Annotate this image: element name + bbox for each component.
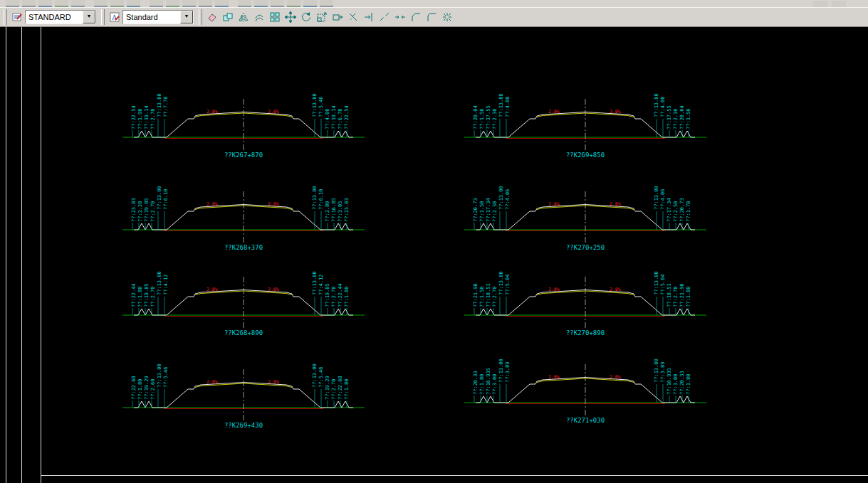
clipped-icon[interactable] [238, 0, 251, 7]
dimension-label: ??:5.04 [660, 274, 666, 295]
dimension-label: ??:13.00 [654, 359, 659, 383]
dimension-label: ??:2.70 [150, 286, 156, 307]
dimension-label: ??:19.05 [144, 283, 150, 307]
clipped-icon[interactable] [287, 0, 300, 7]
dim-style-manager-icon[interactable] [9, 9, 25, 25]
clipped-icon[interactable] [813, 1, 827, 7]
text-style-combo[interactable]: Standard ▼ [122, 10, 194, 24]
slope-label: 2.0% [268, 201, 279, 207]
toolbar-grip[interactable] [199, 9, 202, 25]
dimension-label: ??:21.90 [679, 283, 685, 307]
rotate-icon[interactable] [298, 9, 314, 25]
chevron-down-icon[interactable]: ▼ [83, 11, 95, 23]
offset-icon[interactable] [251, 9, 267, 25]
move-icon[interactable] [283, 9, 298, 25]
dimension-label: ??:20.33 [679, 371, 685, 395]
clipped-icon[interactable] [303, 0, 317, 7]
dimension-label: ??:2.30 [673, 108, 679, 129]
trim-icon[interactable] [345, 9, 361, 25]
dimension-label: ??:1.50 [479, 108, 485, 129]
dimension-label: ??:20.04 [679, 105, 685, 129]
dimension-label: ??:18.51 [486, 283, 491, 307]
copy-icon[interactable] [220, 9, 236, 25]
section-station-label: ??K269+430 [122, 422, 365, 429]
slope-label: 2.0% [206, 379, 218, 385]
clipped-icon[interactable] [166, 0, 179, 7]
slope-label: 2.0% [548, 287, 560, 292]
clipped-icon[interactable] [832, 1, 846, 7]
fillet-icon[interactable] [424, 9, 439, 25]
chevron-down-icon[interactable]: ▼ [180, 11, 193, 23]
clipped-icon[interactable] [38, 0, 52, 7]
dimension-label: ??:23.03 [131, 198, 137, 222]
svg-text:A: A [112, 14, 117, 21]
dimension-label: ??:22.54 [131, 105, 137, 129]
dimension-label: ??:13.00 [312, 271, 318, 295]
drawing-frame-line [21, 27, 22, 483]
clipped-icon[interactable] [110, 0, 124, 7]
slope-label: 2.0% [548, 109, 560, 115]
dimension-label: ??:2.70 [673, 286, 679, 307]
toolbar-grip[interactable] [101, 9, 105, 25]
array-icon[interactable] [267, 9, 283, 25]
text-style-icon[interactable]: A [107, 9, 122, 25]
slope-label: 2.0% [206, 201, 218, 207]
drawing-frame-line [41, 27, 41, 483]
dimension-label: ??:19.14 [331, 105, 337, 129]
clipped-icon[interactable] [320, 0, 333, 7]
section-station-label: ??K270+890 [464, 329, 706, 336]
dimension-label: ??:1.80 [137, 378, 143, 400]
clipped-icon[interactable] [71, 0, 85, 7]
clipped-icon[interactable] [94, 0, 108, 7]
dimension-label: ??:4.06 [505, 189, 511, 210]
slope-label: 2.0% [610, 201, 621, 207]
extend-icon[interactable] [361, 9, 377, 25]
slope-label: 2.0% [206, 109, 218, 115]
join-icon[interactable] [392, 9, 408, 25]
dimension-label: ??:19.29 [325, 376, 330, 400]
dimension-label: ??:22.68 [338, 376, 343, 400]
toolbar-grip[interactable] [4, 9, 7, 25]
mirror-icon[interactable] [236, 9, 251, 25]
dimension-label: ??:17.55 [486, 105, 491, 129]
dimension-label: ??:13.00 [157, 93, 162, 117]
clipped-icon[interactable] [182, 0, 196, 7]
dimension-label: ??:2.60 [150, 378, 156, 400]
slope-label: 2.0% [548, 201, 560, 207]
break-icon[interactable] [377, 9, 392, 25]
clipped-icon[interactable] [199, 0, 212, 7]
clipped-icon[interactable] [215, 0, 229, 7]
dimension-label: ??:1.50 [686, 108, 691, 129]
dimension-label: ??:1.50 [479, 286, 485, 307]
stretch-icon[interactable] [330, 9, 345, 25]
clipped-icon[interactable] [55, 0, 68, 7]
chamfer-icon[interactable] [408, 9, 424, 25]
cross-section: ??K271+030 ??:20.33??:1.80??:16.935??:3.… [464, 346, 706, 432]
explode-icon[interactable] [439, 9, 455, 25]
erase-icon[interactable] [204, 9, 220, 25]
clipped-icon[interactable] [150, 0, 163, 7]
dimension-label: ??:2.50 [673, 201, 679, 222]
dimension-label: ??:1.70 [686, 201, 691, 222]
dimension-label: ??:17.34 [486, 198, 491, 222]
dimension-label: ??:3.00 [492, 373, 498, 395]
clipped-icon[interactable] [22, 0, 36, 7]
dimension-label: ??:16.935 [666, 368, 672, 395]
scale-icon[interactable] [314, 9, 330, 25]
dimension-label: ??:6.70 [338, 108, 343, 129]
dimension-label: ??:5.46 [318, 96, 324, 117]
clipped-icon[interactable] [6, 0, 19, 7]
dim-style-combo[interactable]: STANDARD ▼ [25, 10, 96, 24]
drawing-canvas[interactable]: ??K267+870 ??:22.54??:1.90??:19.14??:2.7… [0, 27, 868, 483]
dimension-label: ??:4.06 [660, 189, 666, 210]
dimension-label: ??:2.30 [492, 201, 498, 222]
dimension-label: ??:1.80 [686, 373, 691, 395]
dimension-label: ??:13.00 [157, 363, 162, 388]
clipped-icon[interactable] [254, 0, 268, 7]
dimension-label: ??:17.34 [666, 198, 672, 222]
dimension-label: ??:3.89 [660, 361, 666, 383]
cross-section: ??K269+430 ??:22.68??:1.80??:19.29??:2.6… [122, 351, 365, 437]
clipped-icon[interactable] [127, 0, 140, 7]
dimension-label: ??:2.70 [492, 286, 498, 307]
clipped-icon[interactable] [271, 0, 284, 7]
